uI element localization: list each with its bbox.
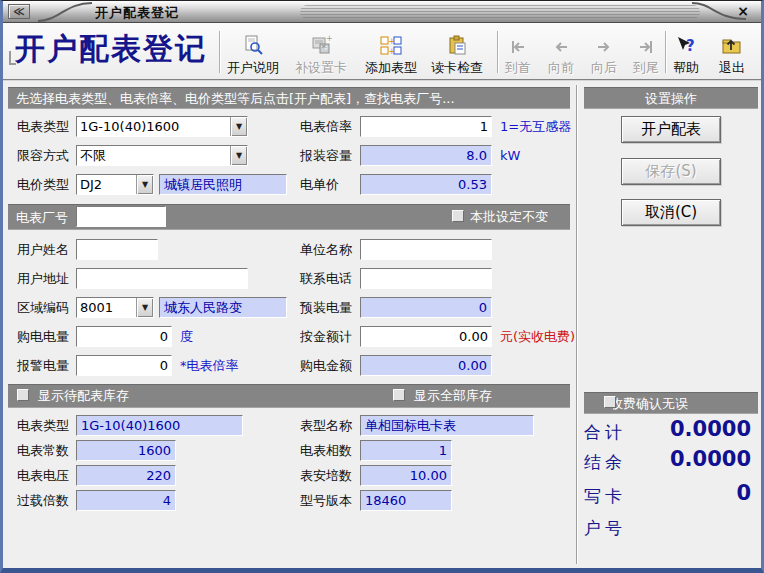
account-no-label: 户号 (584, 517, 626, 540)
model-name-field: 单相国标电卡表 (360, 415, 534, 436)
meter-ratio-input[interactable] (360, 116, 492, 137)
nav-last-icon (636, 37, 656, 57)
total-value: 0.0000 (621, 417, 751, 441)
cancel-button[interactable]: 取消(C) (621, 199, 721, 226)
area-code-desc: 城东人民路变 (159, 297, 287, 318)
toolbar-separator (497, 31, 498, 73)
version-label: 型号版本 (300, 491, 352, 511)
toolbar-separator (665, 31, 666, 73)
phone-label: 联系电话 (300, 269, 352, 289)
svg-text:?: ? (686, 37, 695, 55)
window-title: 开户配表登记 (95, 4, 179, 22)
titlebar-swoosh-left (36, 1, 96, 23)
toolbar-button-help[interactable]: ? 帮助 (671, 29, 701, 77)
svg-text:+: + (389, 47, 396, 56)
area-code-value: 8001 (77, 298, 136, 317)
preset-energy-label: 预装电量 (300, 298, 352, 318)
toolbar-button-read-card-check[interactable]: 读卡检查 (429, 29, 485, 77)
nav-first-icon (508, 37, 528, 57)
nav-prev-icon (551, 37, 571, 57)
factory-no-input[interactable] (76, 206, 166, 227)
model-name-label: 表型名称 (300, 416, 352, 436)
ampere-label: 表安培数 (300, 466, 352, 486)
capacity-label: 报装容量 (300, 146, 352, 166)
toolbar-button-label: 到首 (505, 59, 531, 77)
toolbar-button-account-help[interactable]: 开户说明 (225, 29, 281, 77)
by-amount-input[interactable] (360, 326, 492, 347)
meter-type-label: 电表类型 (17, 117, 69, 137)
ampere-field: 10.00 (360, 465, 452, 486)
phases-field: 1 (360, 440, 452, 461)
meter-const-label: 电表常数 (17, 441, 69, 461)
meter-ratio-hint: 1=无互感器 (500, 117, 571, 137)
panel-divider (576, 85, 577, 564)
capacity-field: 8.0 (360, 145, 492, 166)
user-name-label: 用户姓名 (17, 240, 69, 260)
toolbar-button-prev: 向前 (546, 29, 576, 77)
preset-energy-field: 0 (360, 297, 492, 318)
app-logo-icon: ≪ (8, 4, 30, 19)
price-type-dropdown[interactable]: DJ2 ▼ (76, 174, 154, 195)
toolbar-button-label: 补设置卡 (295, 59, 347, 77)
save-button: 保存(S) (621, 158, 721, 185)
user-addr-label: 用户地址 (17, 269, 69, 289)
area-code-label: 区域编码 (17, 298, 69, 318)
stock-pending-label: 显示待配表库存 (38, 386, 129, 406)
alarm-energy-label: 报警电量 (17, 356, 69, 376)
clipboard-icon (446, 35, 468, 57)
purchase-amount-label: 购电金额 (300, 356, 352, 376)
overload-field: 4 (76, 490, 176, 511)
purchase-energy-unit: 度 (180, 327, 193, 347)
stock-meter-type-field: 1G-10(40)1600 (76, 415, 243, 436)
by-amount-label: 按金额计 (300, 327, 352, 347)
balance-label: 结余 (584, 451, 626, 474)
dropdown-arrow-icon[interactable]: ▼ (230, 146, 247, 165)
toolbar-button-add-meter-model[interactable]: + + 添加表型 (363, 29, 419, 77)
card-settings-icon: * + (310, 35, 332, 57)
purchase-energy-input[interactable] (76, 326, 172, 347)
dropdown-arrow-icon[interactable]: ▼ (136, 298, 153, 317)
alarm-energy-input[interactable] (76, 355, 172, 376)
total-label: 合计 (584, 421, 626, 444)
batch-fixed-label: 本批设定不变 (470, 207, 548, 227)
price-type-label: 电价类型 (17, 175, 69, 195)
org-name-input[interactable] (360, 239, 492, 260)
open-account-button[interactable]: 开户配表 (621, 116, 721, 143)
toolbar-button-exit[interactable]: 退出 (717, 29, 747, 77)
document-search-icon (242, 35, 264, 57)
price-type-value: DJ2 (77, 175, 136, 194)
user-name-input[interactable] (76, 239, 158, 260)
stock-pending-checkbox[interactable] (17, 389, 29, 401)
meter-type-value: 1G-10(40)1600 (77, 117, 230, 136)
svg-text:+: + (389, 37, 396, 46)
dropdown-arrow-icon[interactable]: ▼ (230, 117, 247, 136)
toolbar-button-first: 到首 (503, 29, 533, 77)
close-button[interactable]: × (734, 3, 752, 20)
toolbar-button-label: 帮助 (673, 59, 699, 77)
user-addr-input[interactable] (76, 268, 248, 289)
stock-all-checkbox[interactable] (393, 389, 405, 401)
toolbar-button-label: 向前 (548, 59, 574, 77)
area-code-dropdown[interactable]: 8001 ▼ (76, 297, 154, 318)
meter-ratio-label: 电表倍率 (300, 117, 352, 137)
price-type-desc: 城镇居民照明 (159, 174, 287, 195)
phone-input[interactable] (360, 268, 492, 289)
capacity-unit: kW (500, 146, 520, 166)
panel-header: 设置操作 (584, 87, 758, 109)
balance-value: 0.0000 (621, 447, 751, 471)
voltage-label: 电表电压 (17, 466, 69, 486)
by-amount-unit: 元(实收电费) (500, 327, 575, 347)
dropdown-arrow-icon[interactable]: ▼ (136, 175, 153, 194)
alarm-energy-hint: *电表倍率 (180, 356, 239, 376)
fee-confirm-checkbox[interactable] (604, 396, 616, 408)
write-card-value: 0 (621, 481, 751, 505)
confirm-label: 收费确认无误 (610, 396, 688, 411)
title-bar: ≪ 开户配表登记 × (0, 1, 764, 23)
meter-type-dropdown[interactable]: 1G-10(40)1600 ▼ (76, 116, 248, 137)
limit-mode-dropdown[interactable]: 不限 ▼ (76, 145, 248, 166)
batch-fixed-checkbox[interactable] (452, 210, 464, 222)
svg-text:*: * (322, 43, 327, 54)
toolbar: 开户配表登记 开户说明 * + 补设置卡 (3, 23, 761, 81)
toolbar-button-label: 向后 (591, 59, 617, 77)
unit-price-field: 0.53 (360, 174, 492, 195)
